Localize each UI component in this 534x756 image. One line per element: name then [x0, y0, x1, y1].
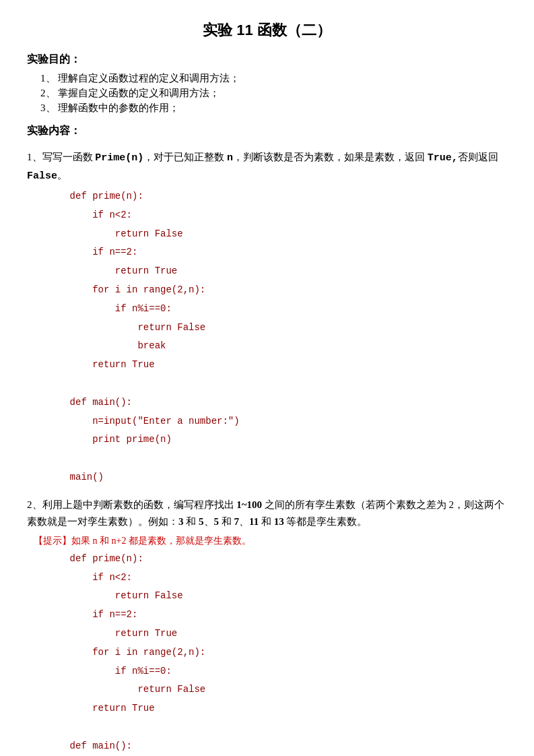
code1-blank2 [47, 451, 507, 467]
code1-line3: return False [47, 226, 507, 243]
problem2-section: 2、利用上题中判断素数的函数，编写程序找出 1~100 之间的所有孪生素数（若两… [27, 497, 507, 756]
problem2-example6: 13 [274, 516, 284, 527]
code1-line1: def prime(n): [47, 189, 507, 205]
objective-item-1: 1、 理解自定义函数过程的定义和调用方法； [40, 72, 507, 85]
code1-line2: if n<2: [47, 208, 507, 224]
problem2-example5: 11 [249, 516, 259, 527]
code1-line5: return True [47, 263, 507, 280]
problem1-false: False [27, 170, 57, 182]
content-header: 实验内容： [27, 124, 507, 138]
code2-line1: def prime(n): [47, 551, 507, 567]
code2-line10: def main(): [47, 738, 507, 755]
code2-line3: return False [47, 588, 507, 604]
objective-item-2: 2、 掌握自定义函数的定义和调用方法； [40, 87, 507, 100]
code1-line10: return True [47, 357, 507, 373]
code1-line11: def main(): [47, 395, 507, 411]
code1-line4: if n==2: [47, 245, 507, 261]
code1-line12: n=input("Enter a number:") [47, 414, 507, 430]
code2-line9: return True [47, 701, 507, 717]
objective-section: 实验目的： 1、 理解自定义函数过程的定义和调用方法； 2、 掌握自定义函数的定… [27, 53, 507, 115]
problem2-text: 2、利用上题中判断素数的函数，编写程序找出 1~100 之间的所有孪生素数（若两… [27, 497, 507, 531]
problem1-var-n: n [227, 152, 233, 164]
objective-header: 实验目的： [27, 53, 507, 67]
code2-blank1 [47, 720, 507, 736]
problem1-text: 1、写写一函数 Prime(n)，对于已知正整数 n，判断该数是否为素数，如果是… [27, 149, 507, 185]
objective-item-3: 3、 理解函数中的参数的作用； [40, 102, 507, 115]
code2-line6: for i in range(2,n): [47, 645, 507, 661]
problem1-code: def prime(n): if n<2: return False if n=… [27, 189, 507, 486]
code1-line13: print prime(n) [47, 432, 507, 448]
code1-line8: return False [47, 320, 507, 336]
problem2-examples: 3 [178, 516, 184, 527]
objective-list: 1、 理解自定义函数过程的定义和调用方法； 2、 掌握自定义函数的定义和调用方法… [40, 72, 507, 115]
problem1-true: True, [428, 152, 458, 164]
problem2-example4: 7 [234, 516, 240, 527]
code2-line4: if n==2: [47, 607, 507, 623]
problem2-example3: 5 [214, 516, 220, 527]
page-title: 实验 11 函数（二） [27, 20, 507, 40]
problem2-label: 2、利用上题中判断素数的函数，编写程序找出 1~100 之间的所有孪生素数（若两… [27, 499, 504, 528]
code2-line5: return True [47, 626, 507, 642]
problem1-label: 1、写写一函数 Prime(n)，对于已知正整数 n，判断该数是否为素数，如果是… [27, 152, 498, 181]
code1-line9: break [47, 338, 507, 354]
problem2-example2: 5 [199, 516, 204, 527]
content-section: 实验内容： [27, 124, 507, 138]
problem1-section: 1、写写一函数 Prime(n)，对于已知正整数 n，判断该数是否为素数，如果是… [27, 149, 507, 486]
problem2-range: 1~100 [236, 499, 262, 510]
code2-line8: return False [47, 682, 507, 698]
problem2-code: def prime(n): if n<2: return False if n=… [27, 551, 507, 756]
code1-line7: if n%i==0: [47, 301, 507, 317]
problem1-func: Prime(n) [95, 152, 143, 164]
code1-blank1 [47, 376, 507, 392]
problem2-hint: 【提示】如果 n 和 n+2 都是素数，那就是孪生素数。 [34, 535, 507, 547]
code2-line7: if n%i==0: [47, 664, 507, 680]
code1-line6: for i in range(2,n): [47, 282, 507, 298]
code1-line14: main() [47, 470, 507, 486]
code2-line2: if n<2: [47, 570, 507, 586]
